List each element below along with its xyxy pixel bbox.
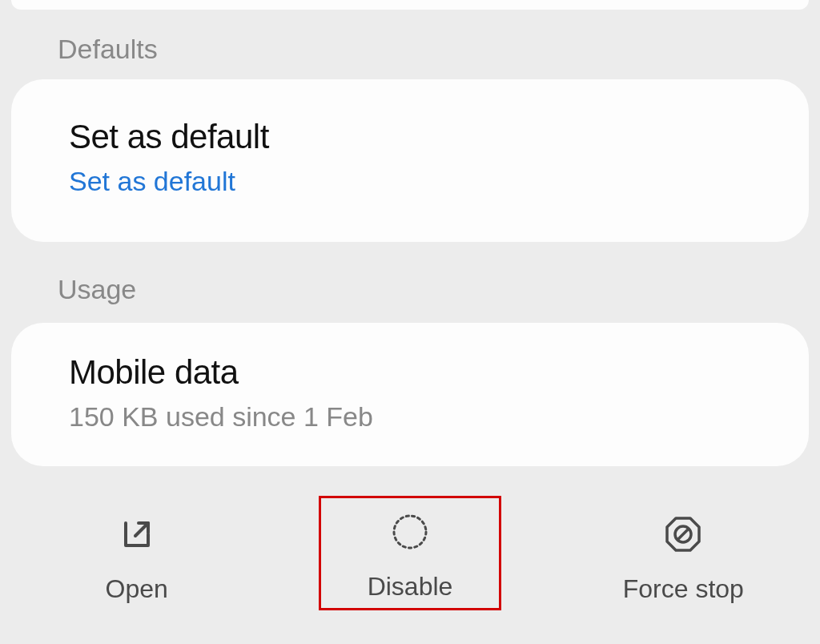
open-label: Open	[106, 574, 168, 604]
defaults-section-header: Defaults	[0, 34, 820, 65]
force-stop-icon	[665, 513, 701, 555]
bottom-action-bar: Open Disable Force stop	[0, 496, 820, 644]
open-button[interactable]: Open	[2, 513, 272, 604]
partial-card-top	[11, 0, 809, 10]
disable-highlight-box: Disable	[319, 496, 502, 610]
mobile-data-row[interactable]: Mobile data 150 KB used since 1 Feb	[11, 323, 809, 466]
disable-label: Disable	[368, 572, 453, 602]
force-stop-label: Force stop	[623, 574, 744, 604]
mobile-data-title: Mobile data	[69, 353, 751, 392]
svg-line-3	[677, 529, 689, 540]
svg-point-0	[394, 516, 426, 548]
set-as-default-row[interactable]: Set as default Set as default	[11, 79, 809, 242]
usage-section-header: Usage	[0, 274, 820, 305]
mobile-data-subtitle: 150 KB used since 1 Feb	[69, 401, 751, 433]
force-stop-button[interactable]: Force stop	[548, 513, 818, 604]
open-icon	[118, 513, 156, 555]
disable-button[interactable]: Disable	[275, 496, 545, 610]
set-as-default-subtitle: Set as default	[69, 166, 751, 197]
disable-icon	[368, 511, 453, 553]
set-as-default-title: Set as default	[69, 118, 751, 156]
